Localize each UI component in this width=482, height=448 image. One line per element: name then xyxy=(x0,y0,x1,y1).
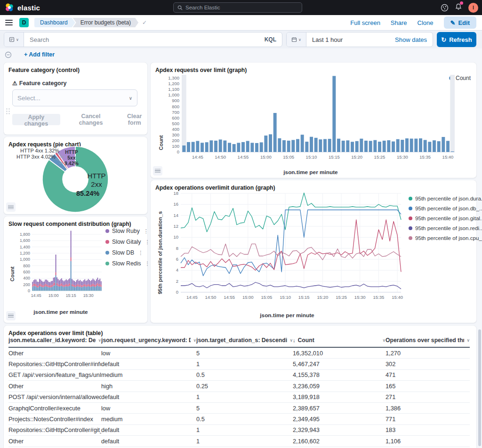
table-cell: 2,329,943 xyxy=(293,426,386,433)
table-header-2[interactable]: json.target_duration_s: Descending∨ xyxy=(196,337,293,344)
time-range-value[interactable]: Last 1 hour xyxy=(312,36,395,43)
legend-more-icon[interactable]: ⋮ xyxy=(145,239,150,245)
legend-item[interactable]: 95th percentile of json.dura... xyxy=(409,195,482,201)
legend-label: Count xyxy=(456,75,471,81)
table-header-3[interactable]: ↓Count∨ xyxy=(293,337,386,344)
user-avatar[interactable]: I xyxy=(468,3,478,13)
breadcrumb-dashboard[interactable]: Dashboard xyxy=(34,18,75,27)
legend-item[interactable]: Slow Ruby⋮ xyxy=(105,228,150,234)
table-cell: GraphqlController#execute xyxy=(8,405,101,412)
saved-query-menu-button[interactable]: ∨ xyxy=(4,32,24,47)
legend-more-icon[interactable]: ⋮ xyxy=(138,250,143,256)
global-search-input[interactable]: Search Elastic xyxy=(173,2,302,13)
panel-title: Slow request component distribution (gra… xyxy=(4,216,147,227)
table-row[interactable]: Projects::NotesController#indexmedium0.5… xyxy=(8,414,470,424)
breadcrumb-current[interactable]: Error budgets (beta) xyxy=(73,18,138,27)
table-cell: 5 xyxy=(196,350,293,357)
brand-name: elastic xyxy=(17,4,40,12)
scrollbar-thumb[interactable] xyxy=(478,329,481,446)
share-link[interactable]: Share xyxy=(391,19,407,26)
legend-more-icon[interactable]: ⋮ xyxy=(145,261,150,267)
table-cell: low xyxy=(101,350,196,357)
table-cell: Other xyxy=(8,350,101,357)
table-cell: POST /api/:version/internal/allowed xyxy=(8,393,101,400)
deployment-icon[interactable] xyxy=(441,4,449,12)
full-screen-link[interactable]: Full screen xyxy=(350,19,380,26)
legend-item[interactable]: 95th percentile of json.redi... xyxy=(409,225,482,231)
table-cell: 0.5 xyxy=(196,416,293,423)
add-filter-link[interactable]: + Add filter xyxy=(24,51,55,58)
table-header-0[interactable]: json.meta.caller_id.keyword: Desce...∨ xyxy=(8,337,101,344)
legend-item[interactable]: Slow DB⋮ xyxy=(105,249,150,256)
table-header-1[interactable]: json.request_urgency.keyword: Des...∨ xyxy=(101,337,196,344)
svg-text:400: 400 xyxy=(23,276,30,280)
show-dates-link[interactable]: Show dates xyxy=(395,36,427,43)
refresh-icon: ↻ xyxy=(441,36,446,43)
table-header-4[interactable]: Operations over specified threshold...∨ xyxy=(386,337,470,344)
elastic-logo-icon xyxy=(5,3,14,12)
bar-chart[interactable]: 01002003004005006007008009001,0001,1001,… xyxy=(163,73,457,167)
elastic-logo[interactable]: elastic xyxy=(5,3,40,12)
table-row[interactable]: Otherdefault12,160,6021,106 xyxy=(8,436,470,447)
refresh-button[interactable]: ↻ Refresh xyxy=(437,32,476,47)
svg-text:200: 200 xyxy=(23,282,30,287)
svg-text:15:10: 15:10 xyxy=(280,295,291,300)
legend-label: 95th percentile of json.db_... xyxy=(415,205,482,211)
legend-item[interactable]: 95th percentile of json.gital... xyxy=(409,215,482,221)
table-row[interactable]: Otherhigh0.253,236,059165 xyxy=(8,381,470,392)
notifications-icon[interactable] xyxy=(455,3,462,13)
dashboard-app-icon[interactable]: D xyxy=(19,18,29,27)
filter-set-menu-icon[interactable] xyxy=(5,51,12,58)
legend-item[interactable]: Slow Redis⋮ xyxy=(105,260,150,267)
apply-changes-button[interactable]: Apply changes xyxy=(12,114,60,125)
table-cell: low xyxy=(101,405,196,412)
svg-text:2: 2 xyxy=(176,279,178,284)
chevron-down-icon: ∨ xyxy=(16,38,19,42)
panel-slow-request-distribution: Slow request component distribution (gra… xyxy=(4,216,147,323)
calendar-menu-button[interactable]: ∨ xyxy=(287,32,306,47)
table-row[interactable]: POST /api/:version/internal/alloweddefau… xyxy=(8,392,470,403)
panel-options-icon[interactable] xyxy=(6,202,16,212)
svg-text:100: 100 xyxy=(172,144,179,149)
svg-text:0: 0 xyxy=(176,289,178,295)
clone-link[interactable]: Clone xyxy=(418,19,434,26)
legend-dot xyxy=(105,229,109,233)
legend-dot xyxy=(409,197,412,200)
toolbar: D Dashboard Error budgets (beta) ✓ Full … xyxy=(0,15,482,31)
legend-item[interactable]: 95th percentile of json.cpu_s xyxy=(409,235,482,241)
feature-category-select[interactable]: Select... ∨ xyxy=(12,89,137,106)
kql-toggle[interactable]: KQL xyxy=(265,36,276,43)
lines-chart[interactable]: 02468101214161814:4514:5014:5515:0015:05… xyxy=(164,190,404,306)
table-cell: 1 xyxy=(196,426,293,433)
table-cell: default xyxy=(101,438,196,445)
svg-text:15:15: 15:15 xyxy=(66,293,76,298)
panel-options-icon[interactable] xyxy=(153,166,162,176)
date-picker[interactable]: ∨ Last 1 hour Show dates xyxy=(286,32,433,47)
edit-button[interactable]: ✎ Edit xyxy=(444,16,476,29)
cancel-changes-button[interactable]: Cancel changes xyxy=(72,113,111,126)
slow-chart[interactable]: 02004006008001,0001,2001,4001,6001,80014… xyxy=(14,228,103,303)
drag-handle[interactable] xyxy=(6,108,10,115)
legend-item[interactable]: Slow Gitaly⋮ xyxy=(105,239,150,245)
table-row[interactable]: Repositories::GitHttpController#git_upl.… xyxy=(8,425,470,436)
table-cell: default xyxy=(101,360,196,368)
svg-text:14:55: 14:55 xyxy=(238,154,249,160)
table-cell: 3,189,918 xyxy=(293,393,386,400)
table-row[interactable]: Repositories::GitHttpController#info_ref… xyxy=(8,359,470,369)
kql-search-input[interactable]: ∨ Search KQL xyxy=(4,32,282,47)
table-cell: default xyxy=(101,426,196,433)
legend-dot xyxy=(409,236,412,240)
menu-icon[interactable] xyxy=(5,20,13,25)
table-cell: 4,155,378 xyxy=(293,371,386,378)
table-cell: 16,352,010 xyxy=(293,350,386,357)
table-row[interactable]: GET /api/:version/feature_flags/unleash.… xyxy=(8,370,470,381)
table-row[interactable]: Otherlow516,352,0101,270 xyxy=(8,348,470,359)
svg-text:16: 16 xyxy=(173,201,178,207)
control-field-label: Feature category xyxy=(19,80,67,87)
panel-options-icon[interactable] xyxy=(6,311,16,320)
legend-item[interactable]: 95th percentile of json.db_... xyxy=(409,205,482,211)
legend-more-icon[interactable]: ⋮ xyxy=(144,228,149,234)
legend-dot xyxy=(409,216,412,220)
clear-form-button[interactable]: Clear form xyxy=(121,113,147,126)
table-row[interactable]: GraphqlController#executelow52,389,6571,… xyxy=(8,403,470,414)
